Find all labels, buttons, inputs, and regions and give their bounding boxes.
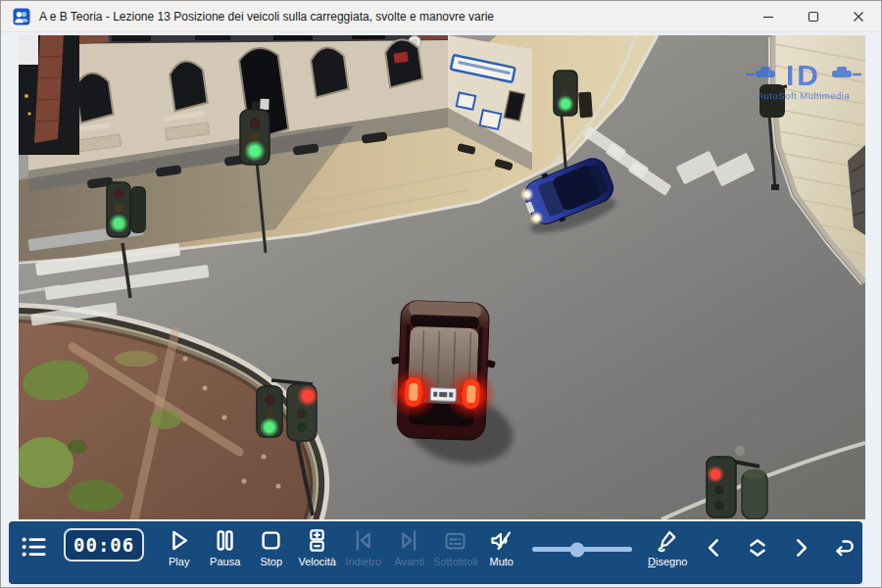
maximize-icon bbox=[808, 11, 819, 23]
window-controls bbox=[746, 1, 881, 31]
subtitles-icon bbox=[442, 527, 468, 554]
draw-label: Disegno bbox=[648, 556, 687, 567]
minimize-icon bbox=[762, 11, 774, 23]
watermark-subtitle: AutoSoft Multimedia bbox=[758, 90, 851, 101]
lesson-menu-button[interactable] bbox=[19, 532, 56, 565]
back-label: Indietro bbox=[345, 556, 381, 567]
mute-button[interactable]: Muto bbox=[478, 527, 524, 567]
watermark-logo-text: ID bbox=[786, 59, 821, 91]
player-toolbar: 00:06 Play Pausa Stop bbox=[9, 521, 862, 584]
pause-label: Pausa bbox=[210, 556, 240, 567]
next-icon bbox=[396, 527, 422, 554]
subtitles-button: Sottotitoli bbox=[432, 527, 478, 567]
timer-display: 00:06 bbox=[64, 528, 144, 562]
nav-previous-button[interactable] bbox=[693, 535, 736, 561]
pause-button[interactable]: Pausa bbox=[202, 527, 248, 567]
close-icon bbox=[853, 11, 864, 23]
draw-button[interactable]: Disegno bbox=[642, 527, 693, 567]
pause-icon bbox=[212, 527, 238, 554]
lesson-3d-scene: ID AutoSoft Multimedia bbox=[19, 35, 865, 519]
pen-icon bbox=[655, 527, 681, 554]
app-people-icon bbox=[13, 8, 30, 25]
volume-slider[interactable] bbox=[532, 547, 632, 552]
list-menu-icon bbox=[19, 532, 48, 562]
minimize-button[interactable] bbox=[746, 1, 791, 31]
subtitles-label: Sottotitoli bbox=[433, 556, 477, 567]
mute-icon bbox=[488, 527, 514, 554]
speed-label: Velocità bbox=[298, 556, 336, 567]
stop-button[interactable]: Stop bbox=[248, 527, 294, 567]
stop-icon bbox=[258, 527, 284, 554]
storefront-left bbox=[19, 35, 79, 155]
play-label: Play bbox=[169, 556, 189, 567]
scroll-updown-button[interactable] bbox=[736, 535, 779, 561]
return-button[interactable] bbox=[822, 535, 865, 561]
chevrons-up-down-icon bbox=[745, 535, 770, 561]
chevron-left-icon bbox=[702, 535, 727, 561]
volume-thumb[interactable] bbox=[570, 542, 585, 557]
maximize-button[interactable] bbox=[791, 1, 836, 31]
return-arrow-icon bbox=[831, 535, 857, 561]
window-title: A e B Teoria - Lezione 13 Posizione dei … bbox=[39, 10, 494, 24]
app-window: A e B Teoria - Lezione 13 Posizione dei … bbox=[0, 0, 882, 588]
forward-label: Avanti bbox=[395, 556, 424, 567]
play-icon bbox=[166, 527, 192, 554]
timer-value: 00:06 bbox=[74, 532, 134, 558]
titlebar: A e B Teoria - Lezione 13 Posizione dei … bbox=[1, 1, 881, 32]
previous-icon bbox=[350, 527, 376, 554]
chevron-right-icon bbox=[788, 535, 813, 561]
speed-button[interactable]: Velocità bbox=[294, 527, 340, 567]
nav-next-button[interactable] bbox=[779, 535, 822, 561]
stop-label: Stop bbox=[260, 556, 282, 567]
speed-icon bbox=[304, 527, 330, 554]
play-button[interactable]: Play bbox=[156, 527, 202, 567]
mute-label: Muto bbox=[489, 556, 513, 567]
back-button: Indietro bbox=[340, 527, 386, 567]
forward-button: Avanti bbox=[386, 527, 432, 567]
close-button[interactable] bbox=[836, 1, 881, 31]
lesson-viewport: ID AutoSoft Multimedia bbox=[1, 32, 881, 519]
